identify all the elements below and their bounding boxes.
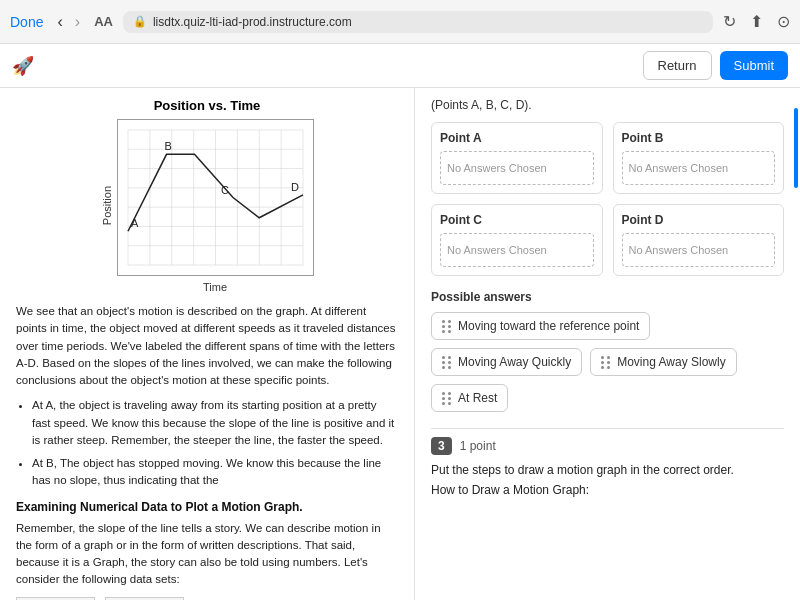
chip-label: Moving Away Slowly [617, 355, 726, 369]
point-b-label: Point B [622, 131, 776, 145]
point-d-answer[interactable]: No Answers Chosen [622, 233, 776, 267]
left-panel: Position vs. Time Position Time We see t… [0, 88, 415, 600]
bookmark-icon[interactable]: ⊙ [777, 12, 790, 31]
question-header-text: (Points A, B, C, D). [431, 98, 784, 112]
content-area: Position vs. Time Position Time We see t… [0, 88, 800, 600]
point-a-answer[interactable]: No Answers Chosen [440, 151, 594, 185]
section-heading: Examining Numerical Data to Plot a Motio… [16, 500, 398, 514]
table2-label: Table 2 [105, 597, 184, 601]
toolbar: 🚀 Return Submit [0, 44, 800, 88]
question3-points: 1 point [460, 439, 496, 453]
x-axis-label: Time [117, 281, 314, 293]
body-text: We see that an object's motion is descri… [16, 303, 398, 389]
answer-chips: Moving toward the reference point Moving… [431, 312, 784, 412]
drag-handle-icon [601, 356, 611, 369]
chip-moving-away-quickly[interactable]: Moving Away Quickly [431, 348, 582, 376]
url-bar[interactable]: 🔒 lisdtx.quiz-lti-iad-prod.instructure.c… [123, 11, 713, 33]
scroll-indicator [794, 108, 798, 188]
divider [431, 428, 784, 429]
aa-button[interactable]: AA [94, 14, 113, 29]
section-text: Remember, the slope of the line tells a … [16, 520, 398, 589]
bullet-list: At A, the object is traveling away from … [16, 397, 398, 489]
nav-arrows: ‹ › [53, 11, 84, 33]
point-a-label: Point A [440, 131, 594, 145]
table1-label: Table 1 [16, 597, 95, 601]
refresh-icon[interactable]: ↻ [723, 12, 736, 31]
point-d-box: Point D No Answers Chosen [613, 204, 785, 276]
chip-moving-away-slowly[interactable]: Moving Away Slowly [590, 348, 737, 376]
question3-row: 3 1 point [431, 437, 784, 455]
toolbar-right: Return Submit [643, 51, 789, 80]
drag-handle-icon [442, 356, 452, 369]
graph-title: Position vs. Time [16, 98, 398, 113]
list-item: At B, The object has stopped moving. We … [32, 455, 398, 490]
point-a-box: Point A No Answers Chosen [431, 122, 603, 194]
chip-label: Moving toward the reference point [458, 319, 639, 333]
tables-row: Table 1 Table 2 [16, 597, 398, 601]
chip-label: At Rest [458, 391, 497, 405]
point-c-box: Point C No Answers Chosen [431, 204, 603, 276]
url-text: lisdtx.quiz-lti-iad-prod.instructure.com [153, 15, 352, 29]
point-b-box: Point B No Answers Chosen [613, 122, 785, 194]
chip-at-rest[interactable]: At Rest [431, 384, 508, 412]
share-icon[interactable]: ⬆ [750, 12, 763, 31]
how-to-text: How to Draw a Motion Graph: [431, 483, 784, 497]
point-c-label: Point C [440, 213, 594, 227]
point-d-label: Point D [622, 213, 776, 227]
drag-handle-icon [442, 320, 452, 333]
position-time-graph [117, 119, 314, 276]
y-axis-label: Position [101, 186, 113, 225]
drag-handle-icon [442, 392, 452, 405]
return-button[interactable]: Return [643, 51, 712, 80]
question3-badge: 3 [431, 437, 452, 455]
graph-container: Position Time [16, 119, 398, 293]
lock-icon: 🔒 [133, 15, 147, 28]
rocket-icon: 🚀 [12, 55, 34, 77]
points-grid: Point A No Answers Chosen Point B No Ans… [431, 122, 784, 276]
point-c-answer[interactable]: No Answers Chosen [440, 233, 594, 267]
back-arrow[interactable]: ‹ [53, 11, 66, 33]
browser-actions: ↻ ⬆ ⊙ [723, 12, 790, 31]
submit-button[interactable]: Submit [720, 51, 788, 80]
possible-answers-label: Possible answers [431, 290, 784, 304]
right-panel: (Points A, B, C, D). Point A No Answers … [415, 88, 800, 600]
chip-label: Moving Away Quickly [458, 355, 571, 369]
done-button[interactable]: Done [10, 14, 43, 30]
forward-arrow[interactable]: › [71, 11, 84, 33]
question3-text: Put the steps to draw a motion graph in … [431, 461, 784, 479]
point-b-answer[interactable]: No Answers Chosen [622, 151, 776, 185]
chip-moving-toward[interactable]: Moving toward the reference point [431, 312, 650, 340]
browser-chrome: Done ‹ › AA 🔒 lisdtx.quiz-lti-iad-prod.i… [0, 0, 800, 44]
list-item: At A, the object is traveling away from … [32, 397, 398, 449]
